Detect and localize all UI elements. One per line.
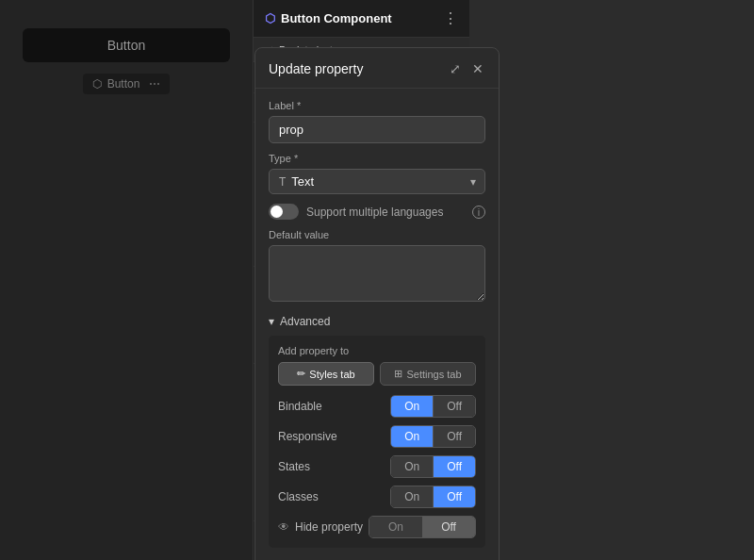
responsive-on-off: On Off <box>390 425 476 448</box>
default-value-group: Default value <box>269 229 485 305</box>
property-tab-buttons: ✏ Styles tab ⊞ Settings tab <box>278 362 476 386</box>
hide-on-btn[interactable]: On <box>369 517 422 537</box>
hide-property-row: 👁 Hide property On Off <box>278 516 476 538</box>
responsive-row: Responsive On Off <box>278 425 476 448</box>
hide-property-label: 👁 Hide property <box>278 520 363 534</box>
states-label: States <box>278 460 310 473</box>
type-field-label: Type * <box>269 153 485 164</box>
states-off-btn[interactable]: Off <box>433 456 475 477</box>
classes-on-off: On Off <box>390 486 476 508</box>
states-on-off: On Off <box>390 455 476 478</box>
update-property-modal: Update property ⤢ ✕ Label * Type * T Tex… <box>254 47 500 560</box>
support-languages-label: Support multiple languages <box>306 206 465 219</box>
bindable-row: Bindable On Off <box>278 395 476 418</box>
panel-title: ⬡ Button Component <box>265 11 392 25</box>
advanced-arrow: ▾ <box>269 315 274 328</box>
bindable-label: Bindable <box>278 400 322 413</box>
states-row: States On Off <box>278 455 476 478</box>
classes-label: Classes <box>278 490 319 503</box>
canvas-area: Button ⬡ Button ⋯ <box>0 0 253 560</box>
modal-header: Update property ⤢ ✕ <box>255 48 499 89</box>
label-group: Label * <box>269 100 485 143</box>
type-select-display[interactable]: T Text <box>269 169 485 194</box>
hide-property-on-off: On Off <box>369 516 476 538</box>
label-field-label: Label * <box>269 100 485 111</box>
classes-on-btn[interactable]: On <box>391 486 433 507</box>
responsive-on-btn[interactable]: On <box>391 426 433 447</box>
type-group: Type * T Text <box>269 153 485 194</box>
type-value: Text <box>291 174 314 189</box>
panel-menu-button[interactable]: ⋮ <box>443 9 458 27</box>
panel-title-text: Button Component <box>281 11 392 25</box>
support-languages-toggle[interactable] <box>269 204 299 220</box>
add-property-to-label: Add property to <box>278 345 476 356</box>
modal-title: Update property <box>269 61 363 76</box>
states-on-btn[interactable]: On <box>391 456 433 477</box>
type-select-wrapper: T Text <box>269 169 485 194</box>
panel-header: ⬡ Button Component ⋮ <box>254 0 469 38</box>
info-icon: i <box>472 206 485 219</box>
styles-tab-btn[interactable]: ✏ Styles tab <box>278 362 374 386</box>
label-input[interactable] <box>269 116 485 143</box>
support-languages-row: Support multiple languages i <box>269 204 485 220</box>
expand-icon[interactable]: ⤢ <box>448 59 463 78</box>
type-text-icon: T <box>279 175 286 189</box>
hide-off-btn[interactable]: Off <box>422 517 475 537</box>
responsive-label: Responsive <box>278 430 337 443</box>
default-value-label: Default value <box>269 229 485 240</box>
toggle-knob <box>270 206 283 218</box>
panel-component-icon: ⬡ <box>265 11 275 25</box>
settings-tab-btn[interactable]: ⊞ Settings tab <box>380 362 476 386</box>
responsive-off-btn[interactable]: Off <box>433 426 475 447</box>
bindable-on-off: On Off <box>390 395 476 418</box>
advanced-section: ▾ Advanced Add property to ✏ Styles tab … <box>269 315 485 548</box>
default-value-textarea[interactable] <box>269 245 485 302</box>
bindable-on-btn[interactable]: On <box>391 396 433 417</box>
settings-tab-label: Settings tab <box>406 369 461 380</box>
hide-property-icon: 👁 <box>278 520 289 534</box>
modal-header-icons: ⤢ ✕ <box>448 59 485 78</box>
modal-overlay <box>0 0 253 560</box>
bindable-off-btn[interactable]: Off <box>433 396 475 417</box>
classes-off-btn[interactable]: Off <box>433 486 475 507</box>
advanced-toggle[interactable]: ▾ Advanced <box>269 315 330 328</box>
advanced-label: Advanced <box>280 315 330 328</box>
close-icon[interactable]: ✕ <box>470 59 485 78</box>
styles-tab-icon: ✏ <box>297 368 305 380</box>
styles-tab-label: Styles tab <box>309 369 354 380</box>
settings-tab-icon: ⊞ <box>394 368 402 380</box>
modal-body: Label * Type * T Text Support multiple l… <box>255 89 499 559</box>
advanced-content: Add property to ✏ Styles tab ⊞ Settings … <box>269 336 485 548</box>
classes-row: Classes On Off <box>278 486 476 508</box>
